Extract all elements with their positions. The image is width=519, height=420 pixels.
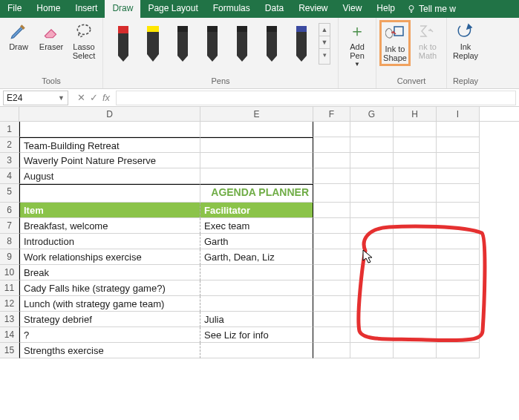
- cell[interactable]: [437, 296, 480, 312]
- cell[interactable]: [350, 168, 394, 184]
- pen-red[interactable]: [111, 23, 136, 65]
- tab-page-layout[interactable]: Page Layout: [140, 0, 205, 18]
- cell[interactable]: [350, 343, 394, 358]
- cell[interactable]: Garth, Dean, Liz: [200, 249, 313, 265]
- cell[interactable]: [437, 122, 480, 137]
- cell[interactable]: [394, 218, 437, 234]
- cell[interactable]: [437, 265, 480, 280]
- row-header[interactable]: 10: [0, 265, 19, 280]
- cell[interactable]: [313, 343, 350, 358]
- cell[interactable]: [313, 122, 350, 137]
- col-header-G[interactable]: G: [350, 107, 394, 121]
- row-header[interactable]: 13: [0, 312, 19, 327]
- gallery-more-icon[interactable]: ▾: [319, 49, 330, 62]
- cell[interactable]: Lunch (with strategy game team): [19, 296, 200, 312]
- cell[interactable]: [350, 153, 394, 168]
- col-header-H[interactable]: H: [394, 107, 437, 121]
- cell[interactable]: [394, 234, 437, 249]
- cell[interactable]: [394, 122, 437, 137]
- cell[interactable]: [313, 265, 350, 280]
- cell[interactable]: [313, 312, 350, 327]
- cell[interactable]: [350, 312, 394, 327]
- col-header-D[interactable]: D: [19, 107, 200, 121]
- cell[interactable]: [394, 265, 437, 280]
- cell[interactable]: [437, 203, 480, 218]
- highlighter-yellow[interactable]: [140, 23, 166, 65]
- pen-galaxy[interactable]: [289, 23, 314, 65]
- col-header-F[interactable]: F: [313, 107, 350, 121]
- row-header[interactable]: 4: [0, 168, 19, 184]
- ink-replay-button[interactable]: Ink Replay: [450, 20, 481, 62]
- tab-draw[interactable]: Draw: [105, 0, 140, 18]
- row-header[interactable]: 2: [0, 137, 19, 153]
- cell[interactable]: [394, 203, 437, 218]
- cell[interactable]: [350, 218, 394, 234]
- cell[interactable]: [394, 137, 437, 153]
- cell[interactable]: [200, 153, 313, 168]
- cell[interactable]: [437, 312, 480, 327]
- pen-gallery[interactable]: ▲ ▼ ▾: [106, 20, 335, 68]
- cell[interactable]: Waverly Point Nature Preserve: [19, 153, 200, 168]
- tab-insert[interactable]: Insert: [68, 0, 105, 18]
- cell[interactable]: [313, 184, 350, 203]
- add-pen-button[interactable]: ＋ Add Pen ▼: [342, 20, 373, 70]
- tab-data[interactable]: Data: [258, 0, 291, 18]
- cell[interactable]: [350, 137, 394, 153]
- agenda-title[interactable]: AGENDA PLANNER: [200, 184, 313, 203]
- gallery-down-icon[interactable]: ▼: [319, 36, 330, 49]
- cell[interactable]: [350, 296, 394, 312]
- cell[interactable]: See Liz for info: [200, 327, 313, 343]
- cell[interactable]: [200, 280, 313, 296]
- cell[interactable]: Strengths exercise: [19, 343, 200, 358]
- cell[interactable]: Strategy debrief: [19, 312, 200, 327]
- fx-icon[interactable]: fx: [102, 92, 110, 103]
- tab-home[interactable]: Home: [29, 0, 68, 18]
- cell[interactable]: [394, 296, 437, 312]
- cell[interactable]: Break: [19, 265, 200, 280]
- row-header[interactable]: 6: [0, 203, 19, 218]
- cell[interactable]: Work relationships exercise: [19, 249, 200, 265]
- name-box[interactable]: E24 ▼: [3, 91, 68, 105]
- cell[interactable]: Introduction: [19, 234, 200, 249]
- cell[interactable]: Exec team: [200, 218, 313, 234]
- draw-button[interactable]: Draw: [3, 20, 34, 53]
- lasso-select-button[interactable]: Lasso Select: [68, 20, 99, 62]
- cell[interactable]: [394, 184, 437, 203]
- cell[interactable]: [394, 153, 437, 168]
- row-header[interactable]: 15: [0, 343, 19, 358]
- select-all-box[interactable]: [0, 107, 19, 122]
- ink-to-shape-button[interactable]: Ink to Shape: [379, 20, 411, 66]
- spreadsheet-grid[interactable]: D E F G H I 1 2Team-Building Retreat 3Wa…: [0, 107, 519, 420]
- pen-black-3[interactable]: [229, 23, 255, 65]
- eraser-button[interactable]: Eraser: [36, 20, 67, 53]
- cell[interactable]: [394, 327, 437, 343]
- cell[interactable]: [437, 153, 480, 168]
- pen-black-1[interactable]: [170, 23, 195, 65]
- row-header[interactable]: 14: [0, 327, 19, 343]
- row-header[interactable]: 7: [0, 218, 19, 234]
- cell[interactable]: [437, 168, 480, 184]
- cell[interactable]: [394, 280, 437, 296]
- cell[interactable]: [350, 234, 394, 249]
- cell[interactable]: [437, 218, 480, 234]
- cell[interactable]: [19, 184, 200, 203]
- table-header[interactable]: Facilitator: [200, 203, 313, 218]
- cell[interactable]: [200, 137, 313, 153]
- cell[interactable]: [313, 249, 350, 265]
- cell[interactable]: [394, 343, 437, 358]
- cell[interactable]: [350, 265, 394, 280]
- cell[interactable]: [437, 234, 480, 249]
- tab-view[interactable]: View: [336, 0, 370, 18]
- cell[interactable]: [313, 234, 350, 249]
- cell[interactable]: [200, 296, 313, 312]
- cell[interactable]: [394, 249, 437, 265]
- cell[interactable]: Team-Building Retreat: [19, 137, 200, 153]
- tell-me[interactable]: Tell me w: [402, 0, 460, 18]
- cell[interactable]: [313, 153, 350, 168]
- row-header[interactable]: 5: [0, 184, 19, 203]
- cell[interactable]: [313, 203, 350, 218]
- row-header[interactable]: 1: [0, 122, 19, 137]
- cell[interactable]: [313, 296, 350, 312]
- cell[interactable]: [437, 137, 480, 153]
- row-header[interactable]: 12: [0, 296, 19, 312]
